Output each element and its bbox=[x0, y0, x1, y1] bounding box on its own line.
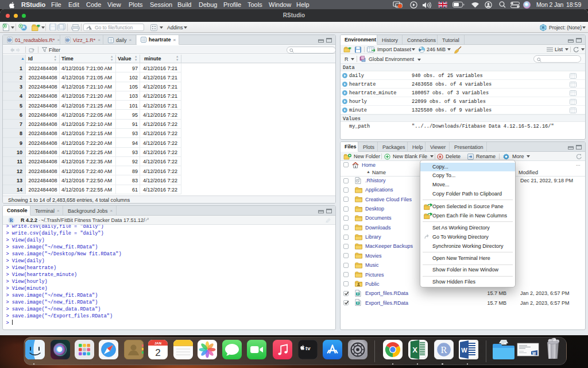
svg-text:R: R bbox=[22, 25, 25, 29]
svg-text:R: R bbox=[66, 39, 69, 42]
svg-text:R: R bbox=[9, 218, 13, 223]
svg-text:R: R bbox=[8, 39, 11, 42]
svg-text:R: R bbox=[542, 26, 545, 29]
